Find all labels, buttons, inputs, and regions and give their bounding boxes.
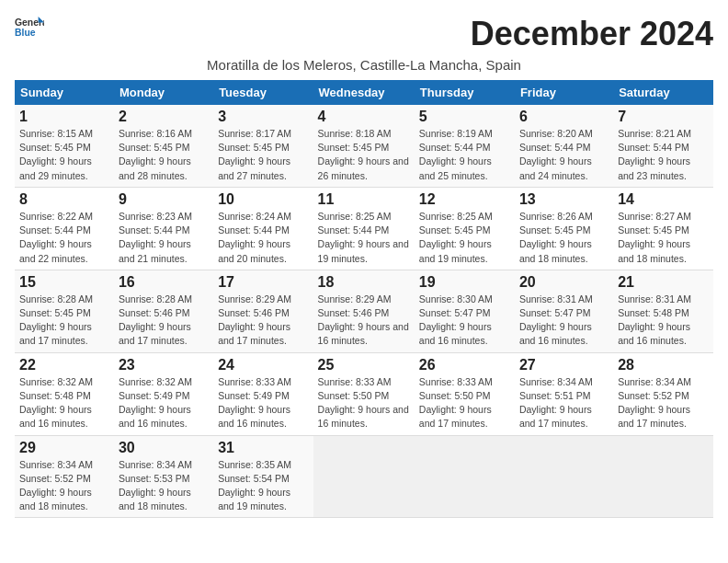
calendar-cell xyxy=(613,435,713,518)
weekday-header-thursday: Thursday xyxy=(415,80,515,105)
day-info: Sunrise: 8:29 AMSunset: 5:46 PMDaylight:… xyxy=(218,293,291,347)
calendar-cell: 5 Sunrise: 8:19 AMSunset: 5:44 PMDayligh… xyxy=(415,105,515,187)
day-number: 6 xyxy=(519,109,609,125)
day-info: Sunrise: 8:16 AMSunset: 5:45 PMDaylight:… xyxy=(119,128,192,181)
weekday-header-wednesday: Wednesday xyxy=(313,80,415,105)
day-info: Sunrise: 8:28 AMSunset: 5:46 PMDaylight:… xyxy=(119,293,192,347)
calendar-week-row: 15 Sunrise: 8:28 AMSunset: 5:45 PMDaylig… xyxy=(15,270,713,352)
day-info: Sunrise: 8:29 AMSunset: 5:46 PMDaylight:… xyxy=(318,293,409,347)
day-info: Sunrise: 8:19 AMSunset: 5:44 PMDaylight:… xyxy=(419,128,493,181)
calendar-cell: 16 Sunrise: 8:28 AMSunset: 5:46 PMDaylig… xyxy=(114,270,213,352)
calendar-week-row: 22 Sunrise: 8:32 AMSunset: 5:48 PMDaylig… xyxy=(15,352,713,435)
day-number: 22 xyxy=(19,357,109,373)
day-info: Sunrise: 8:34 AMSunset: 5:52 PMDaylight:… xyxy=(618,376,691,430)
logo: General Blue xyxy=(15,15,46,40)
day-info: Sunrise: 8:33 AMSunset: 5:50 PMDaylight:… xyxy=(318,376,409,430)
calendar-cell: 17 Sunrise: 8:29 AMSunset: 5:46 PMDaylig… xyxy=(213,270,313,352)
calendar-cell: 25 Sunrise: 8:33 AMSunset: 5:50 PMDaylig… xyxy=(313,352,415,435)
day-info: Sunrise: 8:33 AMSunset: 5:50 PMDaylight:… xyxy=(419,376,493,430)
day-info: Sunrise: 8:25 AMSunset: 5:45 PMDaylight:… xyxy=(419,211,493,264)
day-info: Sunrise: 8:20 AMSunset: 5:44 PMDaylight:… xyxy=(519,128,593,181)
day-number: 2 xyxy=(119,109,209,125)
calendar-body: 1 Sunrise: 8:15 AMSunset: 5:45 PMDayligh… xyxy=(15,105,713,518)
day-number: 29 xyxy=(19,440,109,456)
location-title: Moratilla de los Meleros, Castille-La Ma… xyxy=(15,57,713,73)
day-info: Sunrise: 8:32 AMSunset: 5:48 PMDaylight:… xyxy=(19,376,93,430)
calendar-cell: 4 Sunrise: 8:18 AMSunset: 5:45 PMDayligh… xyxy=(313,105,415,187)
calendar-week-row: 8 Sunrise: 8:22 AMSunset: 5:44 PMDayligh… xyxy=(15,187,713,270)
logo-icon: General Blue xyxy=(15,15,44,40)
day-number: 12 xyxy=(419,191,510,208)
day-info: Sunrise: 8:25 AMSunset: 5:44 PMDaylight:… xyxy=(318,211,409,264)
calendar-cell: 31 Sunrise: 8:35 AMSunset: 5:54 PMDaylig… xyxy=(213,435,313,518)
day-info: Sunrise: 8:21 AMSunset: 5:44 PMDaylight:… xyxy=(618,128,691,181)
day-number: 14 xyxy=(618,191,709,208)
calendar-cell: 1 Sunrise: 8:15 AMSunset: 5:45 PMDayligh… xyxy=(15,105,114,187)
day-info: Sunrise: 8:30 AMSunset: 5:47 PMDaylight:… xyxy=(419,293,493,347)
day-number: 10 xyxy=(218,191,308,208)
day-number: 23 xyxy=(119,357,209,373)
calendar-cell: 23 Sunrise: 8:32 AMSunset: 5:49 PMDaylig… xyxy=(114,352,213,435)
day-info: Sunrise: 8:34 AMSunset: 5:52 PMDaylight:… xyxy=(19,459,93,512)
calendar-cell: 18 Sunrise: 8:29 AMSunset: 5:46 PMDaylig… xyxy=(313,270,415,352)
calendar-cell: 26 Sunrise: 8:33 AMSunset: 5:50 PMDaylig… xyxy=(415,352,515,435)
calendar-cell: 20 Sunrise: 8:31 AMSunset: 5:47 PMDaylig… xyxy=(515,270,613,352)
calendar-cell: 7 Sunrise: 8:21 AMSunset: 5:44 PMDayligh… xyxy=(613,105,713,187)
calendar-cell: 30 Sunrise: 8:34 AMSunset: 5:53 PMDaylig… xyxy=(114,435,213,518)
day-number: 4 xyxy=(318,109,410,125)
day-number: 26 xyxy=(419,357,510,373)
calendar-cell xyxy=(515,435,613,518)
day-number: 1 xyxy=(19,109,109,125)
day-number: 7 xyxy=(618,109,709,125)
day-info: Sunrise: 8:31 AMSunset: 5:47 PMDaylight:… xyxy=(519,293,593,347)
day-info: Sunrise: 8:34 AMSunset: 5:53 PMDaylight:… xyxy=(119,459,192,512)
day-number: 9 xyxy=(119,191,209,208)
calendar-cell: 13 Sunrise: 8:26 AMSunset: 5:45 PMDaylig… xyxy=(515,187,613,270)
day-number: 27 xyxy=(519,357,609,373)
day-info: Sunrise: 8:18 AMSunset: 5:45 PMDaylight:… xyxy=(318,128,409,181)
calendar-week-row: 1 Sunrise: 8:15 AMSunset: 5:45 PMDayligh… xyxy=(15,105,713,187)
calendar-cell: 8 Sunrise: 8:22 AMSunset: 5:44 PMDayligh… xyxy=(15,187,114,270)
day-info: Sunrise: 8:15 AMSunset: 5:45 PMDaylight:… xyxy=(19,128,93,181)
day-number: 30 xyxy=(119,440,209,456)
weekday-header-tuesday: Tuesday xyxy=(213,80,313,105)
day-number: 16 xyxy=(119,274,209,291)
day-number: 21 xyxy=(618,274,709,291)
day-info: Sunrise: 8:35 AMSunset: 5:54 PMDaylight:… xyxy=(218,459,291,512)
calendar-cell: 21 Sunrise: 8:31 AMSunset: 5:48 PMDaylig… xyxy=(613,270,713,352)
calendar-cell: 27 Sunrise: 8:34 AMSunset: 5:51 PMDaylig… xyxy=(515,352,613,435)
weekday-header-friday: Friday xyxy=(515,80,613,105)
day-number: 11 xyxy=(318,191,410,208)
calendar-cell: 10 Sunrise: 8:24 AMSunset: 5:44 PMDaylig… xyxy=(213,187,313,270)
calendar-cell: 28 Sunrise: 8:34 AMSunset: 5:52 PMDaylig… xyxy=(613,352,713,435)
day-info: Sunrise: 8:22 AMSunset: 5:44 PMDaylight:… xyxy=(19,211,93,264)
day-info: Sunrise: 8:34 AMSunset: 5:51 PMDaylight:… xyxy=(519,376,593,430)
calendar-cell xyxy=(313,435,415,518)
day-number: 19 xyxy=(419,274,510,291)
day-info: Sunrise: 8:17 AMSunset: 5:45 PMDaylight:… xyxy=(218,128,291,181)
calendar-cell xyxy=(415,435,515,518)
day-info: Sunrise: 8:24 AMSunset: 5:44 PMDaylight:… xyxy=(218,211,291,264)
day-info: Sunrise: 8:28 AMSunset: 5:45 PMDaylight:… xyxy=(19,293,93,347)
calendar-cell: 19 Sunrise: 8:30 AMSunset: 5:47 PMDaylig… xyxy=(415,270,515,352)
month-title: December 2024 xyxy=(471,15,713,53)
calendar-cell: 15 Sunrise: 8:28 AMSunset: 5:45 PMDaylig… xyxy=(15,270,114,352)
calendar-cell: 2 Sunrise: 8:16 AMSunset: 5:45 PMDayligh… xyxy=(114,105,213,187)
day-info: Sunrise: 8:32 AMSunset: 5:49 PMDaylight:… xyxy=(119,376,192,430)
day-info: Sunrise: 8:31 AMSunset: 5:48 PMDaylight:… xyxy=(618,293,691,347)
calendar-cell: 11 Sunrise: 8:25 AMSunset: 5:44 PMDaylig… xyxy=(313,187,415,270)
day-number: 3 xyxy=(218,109,308,125)
calendar-cell: 9 Sunrise: 8:23 AMSunset: 5:44 PMDayligh… xyxy=(114,187,213,270)
day-number: 31 xyxy=(218,440,308,456)
weekday-header-saturday: Saturday xyxy=(613,80,713,105)
day-number: 15 xyxy=(19,274,109,291)
calendar-cell: 22 Sunrise: 8:32 AMSunset: 5:48 PMDaylig… xyxy=(15,352,114,435)
weekday-header-sunday: Sunday xyxy=(15,80,114,105)
svg-text:Blue: Blue xyxy=(15,28,36,38)
calendar-cell: 6 Sunrise: 8:20 AMSunset: 5:44 PMDayligh… xyxy=(515,105,613,187)
calendar-cell: 24 Sunrise: 8:33 AMSunset: 5:49 PMDaylig… xyxy=(213,352,313,435)
calendar-cell: 29 Sunrise: 8:34 AMSunset: 5:52 PMDaylig… xyxy=(15,435,114,518)
day-info: Sunrise: 8:27 AMSunset: 5:45 PMDaylight:… xyxy=(618,211,691,264)
day-number: 5 xyxy=(419,109,510,125)
day-number: 20 xyxy=(519,274,609,291)
